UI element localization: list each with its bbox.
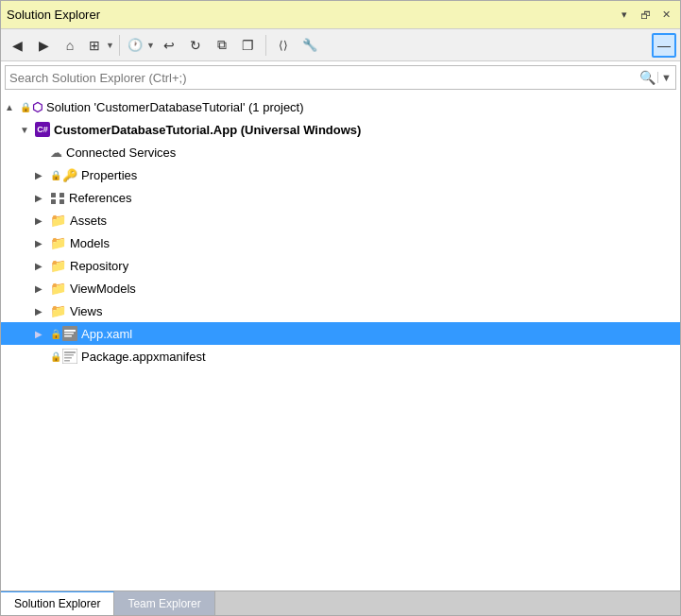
- switch-views-icon-btn: ⊞: [84, 33, 105, 58]
- pin-button[interactable]: ▾: [616, 7, 633, 24]
- views-arrow[interactable]: ▶: [35, 306, 50, 317]
- tree-item-connected-services[interactable]: ▶ ☁ Connected Services: [1, 141, 680, 163]
- manifest-arrow: ▶: [35, 351, 50, 362]
- switch-views-icon: ⊞: [89, 38, 100, 53]
- properties-icon: 🔑: [62, 168, 77, 182]
- app-xaml-arrow[interactable]: ▶: [35, 329, 50, 339]
- search-icon: 🔍: [639, 70, 655, 85]
- minimize-icon: —: [657, 38, 671, 53]
- connected-services-label: Connected Services: [66, 145, 176, 160]
- app-xaml-label: App.xaml: [81, 327, 132, 341]
- title-controls: ▾ 🗗 ✕: [616, 7, 674, 24]
- viewmodels-folder-icon: 📁: [50, 281, 66, 296]
- references-icon: [50, 190, 65, 205]
- history-button[interactable]: 🕐 ▼: [125, 33, 155, 58]
- assets-label: Assets: [70, 214, 107, 228]
- minimize-button[interactable]: —: [652, 33, 676, 58]
- properties-lock-icon: 🔒: [50, 170, 61, 180]
- svg-rect-12: [64, 360, 70, 362]
- project-label: CustomerDatabaseTutorial.App (Universal …: [54, 123, 361, 137]
- lock-icon: 🔒: [20, 102, 31, 112]
- svg-rect-2: [51, 199, 56, 204]
- solution-explorer-window: Solution Explorer ▾ 🗗 ✕ ◀ ▶ ⌂ ⊞ ▼ 🕐: [0, 0, 681, 616]
- tree-item-views[interactable]: ▶ 📁 Views: [1, 299, 680, 322]
- csharp-icon: C#: [35, 122, 50, 137]
- window-title: Solution Explorer: [7, 8, 100, 22]
- svg-rect-5: [64, 330, 76, 332]
- tree-item-viewmodels[interactable]: ▶ 📁 ViewModels: [1, 277, 680, 299]
- models-arrow[interactable]: ▶: [35, 238, 50, 248]
- svg-rect-0: [51, 193, 56, 197]
- forward-button[interactable]: ▶: [31, 33, 56, 58]
- solution-explorer-tab-label: Solution Explorer: [14, 597, 100, 610]
- manifest-icon: [62, 349, 77, 365]
- tab-solution-explorer[interactable]: Solution Explorer: [1, 591, 114, 615]
- title-bar: Solution Explorer ▾ 🗗 ✕: [1, 1, 680, 29]
- tree-item-solution[interactable]: ▲ 🔒 ⬡ Solution 'CustomerDatabaseTutorial…: [1, 95, 680, 118]
- svg-rect-10: [64, 354, 74, 356]
- back-icon: ◀: [12, 38, 23, 53]
- search-bar[interactable]: 🔍 ▼: [5, 65, 676, 90]
- history-arrow[interactable]: ▼: [146, 41, 155, 50]
- search-dropdown-arrow[interactable]: ▼: [657, 72, 672, 83]
- views-label: Views: [70, 304, 102, 318]
- svg-rect-3: [60, 199, 64, 204]
- toolbar: ◀ ▶ ⌂ ⊞ ▼ 🕐 ▼ ↩ ↻ ⧉ ❐: [1, 29, 680, 61]
- vs-icon: ⬡: [32, 100, 43, 114]
- restore-button[interactable]: 🗗: [637, 7, 654, 24]
- references-label: References: [69, 191, 131, 205]
- switch-views-button[interactable]: ⊞ ▼: [84, 33, 114, 58]
- models-folder-icon: 📁: [50, 235, 66, 250]
- tree-item-references[interactable]: ▶ References: [1, 186, 680, 209]
- forward-icon: ▶: [39, 38, 49, 53]
- refresh-button[interactable]: ↻: [183, 33, 208, 58]
- tree-item-package-manifest[interactable]: ▶ 🔒 Package.appxmanifest: [1, 345, 680, 368]
- app-xaml-icon: [62, 326, 77, 342]
- views-folder-icon: 📁: [50, 303, 66, 318]
- references-arrow[interactable]: ▶: [35, 193, 50, 203]
- separator-2: [265, 35, 266, 56]
- solution-expand-arrow[interactable]: ▲: [5, 102, 20, 112]
- viewmodels-arrow[interactable]: ▶: [35, 283, 50, 294]
- repository-arrow[interactable]: ▶: [35, 261, 50, 271]
- svg-rect-8: [62, 349, 77, 364]
- repository-folder-icon: 📁: [50, 258, 66, 273]
- tree-item-assets[interactable]: ▶ 📁 Assets: [1, 209, 680, 231]
- team-explorer-tab-label: Team Explorer: [128, 597, 200, 610]
- home-button[interactable]: ⌂: [58, 33, 82, 58]
- home-icon: ⌂: [66, 38, 74, 53]
- undo-button[interactable]: ↩: [157, 33, 181, 58]
- bottom-tab-bar: Solution Explorer Team Explorer: [1, 590, 680, 615]
- layers-icon: ⧉: [217, 37, 227, 53]
- manifest-lock-icon: 🔒: [50, 351, 61, 362]
- layers-button[interactable]: ⧉: [210, 33, 234, 58]
- manifest-label: Package.appxmanifest: [81, 350, 206, 364]
- tree-item-app-xaml[interactable]: ▶ 🔒 App.xaml: [1, 322, 680, 345]
- svg-rect-9: [64, 351, 76, 353]
- tools-icon: 🔧: [302, 38, 317, 52]
- switch-views-arrow[interactable]: ▼: [106, 41, 114, 50]
- svg-rect-11: [64, 357, 72, 359]
- tree-item-models[interactable]: ▶ 📁 Models: [1, 231, 680, 254]
- tree-item-repository[interactable]: ▶ 📁 Repository: [1, 254, 680, 277]
- tools-button[interactable]: 🔧: [298, 33, 322, 58]
- app-xaml-lock-icon: 🔒: [50, 329, 61, 339]
- refresh-icon: ↻: [190, 38, 201, 53]
- tab-team-explorer[interactable]: Team Explorer: [114, 591, 214, 615]
- back-button[interactable]: ◀: [5, 33, 29, 58]
- tree-item-project[interactable]: ▼ C# CustomerDatabaseTutorial.App (Unive…: [1, 118, 680, 141]
- tree-item-properties[interactable]: ▶ 🔒 🔑 Properties: [1, 163, 680, 186]
- project-expand-arrow[interactable]: ▼: [20, 125, 35, 135]
- models-label: Models: [70, 236, 110, 250]
- copy-button[interactable]: ❐: [236, 33, 261, 58]
- assets-arrow[interactable]: ▶: [35, 215, 50, 226]
- code-button[interactable]: ⟨⟩: [271, 33, 296, 58]
- viewmodels-label: ViewModels: [70, 282, 136, 296]
- properties-label: Properties: [81, 168, 137, 182]
- close-button[interactable]: ✕: [657, 7, 674, 24]
- undo-icon: ↩: [163, 38, 175, 53]
- properties-arrow[interactable]: ▶: [35, 170, 50, 180]
- separator-1: [119, 35, 120, 56]
- svg-rect-6: [64, 333, 74, 334]
- search-input[interactable]: [9, 71, 639, 85]
